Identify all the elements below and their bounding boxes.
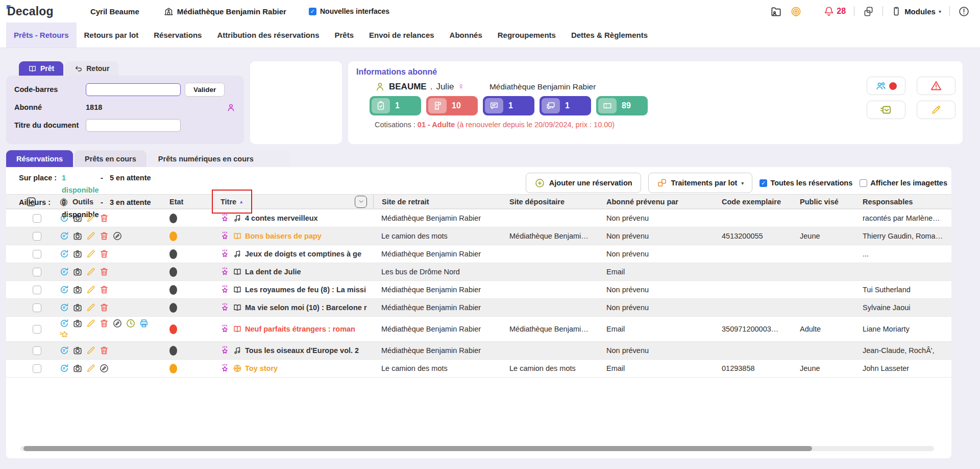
renew-icon[interactable]: [59, 302, 69, 313]
patron-badge[interactable]: 89: [596, 96, 648, 115]
note-icon[interactable]: [112, 318, 122, 329]
send-message-button[interactable]: [867, 101, 905, 119]
pencil-icon[interactable]: [86, 302, 96, 313]
tab-retour[interactable]: Retour: [65, 61, 118, 76]
doc-title-input[interactable]: [86, 119, 181, 132]
renew-icon[interactable]: [59, 231, 69, 241]
row-checkbox[interactable]: [33, 303, 41, 312]
document-title[interactable]: 4 contes merveilleux: [245, 214, 318, 222]
row-checkbox[interactable]: [33, 250, 41, 259]
document-title[interactable]: Les royaumes de feu (8) : La missi: [245, 286, 366, 294]
pencil-icon[interactable]: [86, 318, 96, 329]
camera-icon[interactable]: [72, 213, 83, 223]
nav-tab[interactable]: Dettes & Règlements: [564, 22, 655, 48]
row-checkbox[interactable]: [33, 325, 41, 334]
trash-icon[interactable]: [99, 318, 109, 329]
trash-icon[interactable]: [99, 213, 109, 223]
row-checkbox[interactable]: [33, 214, 41, 223]
camera-icon[interactable]: [72, 249, 83, 259]
trash-icon[interactable]: [99, 231, 109, 241]
patron-record-button[interactable]: [867, 77, 905, 95]
nav-tab[interactable]: Attribution des réservations: [209, 22, 327, 48]
row-checkbox[interactable]: [33, 232, 41, 241]
pencil-icon[interactable]: [86, 285, 96, 295]
horizontal-scrollbar[interactable]: [20, 446, 934, 451]
camera-icon[interactable]: [72, 285, 83, 295]
batch-actions-button[interactable]: Traitements par lot ▾: [648, 173, 753, 193]
pencil-icon[interactable]: [86, 267, 96, 277]
star-icon[interactable]: [59, 330, 69, 340]
gear-icon[interactable]: [59, 197, 68, 206]
renew-icon[interactable]: [59, 363, 69, 373]
document-title[interactable]: Jeux de doigts et comptines à ge: [245, 250, 361, 258]
camera-icon[interactable]: [72, 363, 83, 373]
nav-tab[interactable]: Regroupements: [490, 22, 564, 48]
printer-icon[interactable]: [139, 318, 149, 329]
new-interfaces-toggle[interactable]: ✓ Nouvelles interfaces: [309, 7, 389, 15]
trash-icon[interactable]: [99, 249, 109, 259]
pencil-icon[interactable]: [86, 249, 96, 259]
renew-icon[interactable]: [59, 249, 69, 259]
edit-patron-button[interactable]: [917, 101, 955, 119]
pencil-icon[interactable]: [86, 345, 96, 356]
app-logo[interactable]: Decalog: [7, 5, 54, 18]
validate-button[interactable]: Valider: [185, 83, 225, 97]
all-reservations-checkbox[interactable]: ✓ Toutes les réservations: [760, 179, 852, 187]
trash-icon[interactable]: [99, 302, 109, 313]
scrollbar-thumb[interactable]: [23, 446, 812, 451]
nav-tab[interactable]: Retours par lot: [77, 22, 146, 48]
document-title[interactable]: Ma vie selon moi (10) : Barcelone r: [245, 303, 367, 312]
tab-pret[interactable]: Prêt: [19, 61, 63, 76]
current-user-name[interactable]: Cyril Beaume: [90, 7, 139, 16]
reservation-tab[interactable]: Prêts numériques en cours: [148, 150, 289, 167]
link-copy-icon[interactable]: [863, 6, 874, 17]
nav-tab[interactable]: Envoi de relances: [361, 22, 442, 48]
row-checkbox[interactable]: [33, 364, 41, 373]
nav-tab[interactable]: Réservations: [146, 22, 209, 48]
document-title[interactable]: Bons baisers de papy: [245, 232, 322, 240]
info-icon[interactable]: [958, 6, 970, 17]
renew-icon[interactable]: [59, 318, 69, 329]
patron-folder-icon[interactable]: [770, 6, 782, 17]
renew-icon[interactable]: [59, 213, 69, 223]
camera-icon[interactable]: [72, 318, 83, 329]
row-checkbox[interactable]: [33, 286, 41, 294]
document-title[interactable]: Tous les oiseaux d'Europe vol. 2: [245, 346, 359, 355]
pencil-icon[interactable]: [86, 363, 96, 373]
patron-badge[interactable]: 1: [483, 96, 534, 115]
show-thumbnails-checkbox[interactable]: Afficher les imagettes: [860, 179, 947, 187]
nav-tab[interactable]: Abonnés: [442, 22, 490, 48]
row-checkbox[interactable]: [33, 346, 41, 355]
notifications-button[interactable]: 28: [823, 6, 846, 17]
camera-icon[interactable]: [72, 267, 83, 277]
document-title[interactable]: Toy story: [245, 364, 278, 372]
patron-alerts-button[interactable]: [917, 77, 955, 95]
select-all-icon[interactable]: [26, 196, 37, 207]
column-options-button[interactable]: [355, 196, 367, 208]
nav-tab[interactable]: Prêts: [327, 22, 361, 48]
note-icon[interactable]: [112, 231, 122, 241]
member-person-icon[interactable]: [226, 103, 236, 112]
patron-badge[interactable]: 10: [426, 96, 478, 115]
renew-icon[interactable]: [59, 285, 69, 295]
beacon-icon[interactable]: [790, 6, 802, 17]
camera-icon[interactable]: [72, 345, 83, 356]
nav-tab[interactable]: Prêts - Retours: [6, 22, 77, 48]
clock-icon[interactable]: [126, 318, 136, 329]
camera-icon[interactable]: [72, 231, 83, 241]
current-library[interactable]: Médiathèque Benjamin Rabier: [164, 7, 286, 16]
row-checkbox[interactable]: [33, 268, 41, 276]
pencil-icon[interactable]: [86, 231, 96, 241]
reservation-tab[interactable]: Réservations: [6, 150, 73, 167]
barcode-input[interactable]: [86, 83, 181, 96]
patron-badge[interactable]: 1: [540, 96, 591, 115]
trash-icon[interactable]: [99, 285, 109, 295]
add-reservation-button[interactable]: Ajouter une réservation: [526, 173, 641, 193]
camera-icon[interactable]: [72, 302, 83, 313]
trash-icon[interactable]: [99, 345, 109, 356]
renew-icon[interactable]: [59, 345, 69, 356]
document-title[interactable]: La dent de Julie: [245, 268, 301, 276]
pencil-icon[interactable]: [86, 213, 96, 223]
modules-menu[interactable]: Modules ▾: [891, 6, 941, 16]
renew-icon[interactable]: [59, 267, 69, 277]
